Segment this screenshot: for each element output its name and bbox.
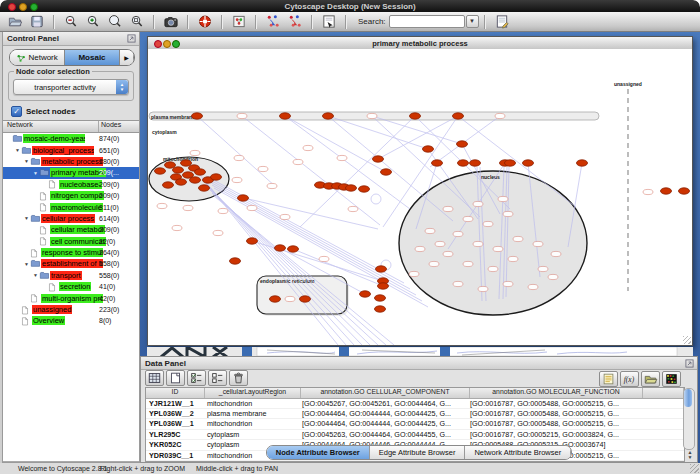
network-tree-row[interactable]: secretion41(0) xyxy=(3,281,139,292)
formula-builder-button[interactable]: f(x) xyxy=(620,371,639,387)
network-tree-row[interactable]: cell communicat22(0) xyxy=(3,236,139,247)
disclosure-triangle-icon[interactable]: ▼ xyxy=(32,170,39,176)
toolbar-icons xyxy=(4,13,340,30)
network-tree-row[interactable]: ▼primary metabol209(... xyxy=(3,167,139,178)
network-node xyxy=(375,295,386,301)
app-resize-grip[interactable] xyxy=(690,464,699,473)
scrollbar-thumb[interactable] xyxy=(684,389,692,407)
network-tree-row[interactable]: ▼biological_process651(0) xyxy=(3,144,139,155)
disclosure-triangle-icon[interactable]: ▼ xyxy=(23,158,30,164)
attribute-notes-button[interactable] xyxy=(599,371,618,387)
network-tree-row[interactable]: nitrogen compo209(0) xyxy=(3,190,139,201)
table-row[interactable]: YPL036W__2plasma membrane[GO:0044464, GO… xyxy=(146,409,684,419)
attr-table-button[interactable] xyxy=(145,370,164,386)
table-row[interactable]: YJR121W__1mitochondrion[GO:0045267, GO:0… xyxy=(146,399,684,409)
network-node xyxy=(425,228,435,233)
zoom-in-button[interactable] xyxy=(83,13,103,30)
toolbar-separator xyxy=(255,15,257,29)
network-overview-button[interactable] xyxy=(229,13,249,30)
network-tree-row[interactable]: response to stimulu264(0) xyxy=(3,247,139,258)
network-tree-row[interactable]: Overview8(0) xyxy=(3,315,139,326)
zoom-fit-button[interactable] xyxy=(105,13,125,30)
network-node xyxy=(348,206,358,211)
select-nodes-checkbox[interactable]: ✓ xyxy=(11,106,22,117)
node-color-select[interactable]: transporter activity ▲▼ xyxy=(13,79,129,95)
save-session-button[interactable] xyxy=(27,13,47,30)
unselect-attributes-button[interactable] xyxy=(208,370,227,386)
region-label-cytoplasm: cytoplasm xyxy=(152,129,177,135)
new-attribute-button[interactable] xyxy=(166,370,185,386)
data-panel: Data Panel f(x) ID_cellularLayoutRegiona… xyxy=(140,356,698,463)
help-lifering-button[interactable] xyxy=(195,13,215,30)
import-attributes-button[interactable] xyxy=(641,371,660,387)
zoom-in-icon xyxy=(85,14,101,29)
table-row[interactable]: YPL036W__1mitochondrion[GO:0044464, GO:0… xyxy=(146,419,684,429)
tab-node-attribute-browser[interactable]: Node Attribute Browser xyxy=(267,446,370,459)
table-cell: cytoplasm xyxy=(204,430,299,439)
network-canvas[interactable]: plasma membranecytoplasmmitochondrionnuc… xyxy=(148,49,692,345)
open-session-button[interactable] xyxy=(5,13,25,30)
zoom-out-icon xyxy=(63,14,79,29)
attribute-tab-group: Node Attribute BrowserEdge Attribute Bro… xyxy=(266,445,572,460)
layout-merge-button[interactable] xyxy=(285,13,305,30)
network-view-window: primary metabolic process plasma membran… xyxy=(147,36,693,346)
search-input[interactable] xyxy=(389,15,465,28)
new-attribute-icon xyxy=(168,371,183,385)
network-node xyxy=(232,177,242,182)
layout-partition-button[interactable] xyxy=(263,13,283,30)
table-row[interactable]: YLR295Ccytoplasm[GO:0045263, GO:0044464,… xyxy=(146,430,684,440)
network-tree-row[interactable]: cellular metabol209(0) xyxy=(3,224,139,235)
session-annotation-icon xyxy=(494,14,510,29)
attribute-matrix-button[interactable] xyxy=(662,371,681,387)
network-node xyxy=(453,281,463,286)
disclosure-triangle-icon[interactable]: ▼ xyxy=(23,261,30,267)
column-header[interactable]: ID xyxy=(146,388,205,398)
disclosure-triangle-icon[interactable]: ▼ xyxy=(14,147,21,153)
tab-network[interactable]: Network xyxy=(10,50,65,65)
toolbar-separator xyxy=(153,15,155,29)
tab-network-attribute-browser[interactable]: Network Attribute Browser xyxy=(465,446,571,459)
zoom-area-button[interactable] xyxy=(127,13,147,30)
zoom-area-icon xyxy=(129,14,145,29)
snapshot-camera-button[interactable] xyxy=(161,13,181,30)
network-tree-row[interactable]: ▼establishment of lo558(0) xyxy=(3,258,139,269)
float-panel-icon[interactable] xyxy=(685,359,694,368)
table-scrollbar[interactable] xyxy=(683,388,695,450)
network-tree-row[interactable]: ▼cellular process614(0) xyxy=(3,213,139,224)
tree-node-count: 651(0) xyxy=(99,147,119,154)
network-tree-row[interactable]: ▼transport558(0) xyxy=(3,270,139,281)
column-header[interactable]: annotation.GO CELLULAR_COMPONENT xyxy=(301,388,470,398)
network-node xyxy=(508,256,518,261)
network-tree-row[interactable]: unassigned223(0) xyxy=(3,304,139,315)
window-resize-grip[interactable] xyxy=(683,336,691,344)
network-tree-row[interactable]: nucleobase-209(0) xyxy=(3,179,139,190)
network-tree-row[interactable]: multi-organism pro42(0) xyxy=(3,292,139,303)
tree-column-nodes[interactable]: Nodes xyxy=(98,121,139,132)
tree-node-count: 223(0) xyxy=(99,306,119,313)
zoom-out-button[interactable] xyxy=(61,13,81,30)
network-tree-row[interactable]: macromolecule311(0) xyxy=(3,201,139,212)
search-dropdown-button[interactable]: ▼ xyxy=(466,15,479,28)
session-annotation-button[interactable] xyxy=(492,13,512,30)
tab-mosaic[interactable]: Mosaic xyxy=(65,50,120,65)
tree-node-label: macromolecule xyxy=(50,203,103,212)
tab-edge-attribute-browser[interactable]: Edge Attribute Browser xyxy=(370,446,466,459)
network-tree-row[interactable]: mosaic-demo-yeast874(0) xyxy=(3,133,139,144)
tree-column-network[interactable]: Network xyxy=(3,121,98,132)
snapshot-camera-icon xyxy=(163,14,179,29)
column-header[interactable]: _cellularLayoutRegion xyxy=(205,388,301,398)
disclosure-triangle-icon[interactable]: ▼ xyxy=(23,215,30,221)
network-tree-row[interactable]: ▼metabolic process280(0) xyxy=(3,156,139,167)
annotation-page-button[interactable] xyxy=(319,13,339,30)
column-header[interactable]: annotation.GO MOLECULAR_FUNCTION xyxy=(470,388,643,398)
delete-attribute-button[interactable] xyxy=(229,370,248,386)
select-attributes-button[interactable] xyxy=(187,370,206,386)
cytoscape-window: Cytoscape Desktop (New Session) Search: … xyxy=(0,0,700,474)
disclosure-triangle-icon[interactable]: ▼ xyxy=(32,272,39,278)
tree-node-label: nitrogen compo xyxy=(50,191,104,200)
select-nodes-label: Select nodes xyxy=(26,107,75,116)
float-panel-icon[interactable] xyxy=(127,34,136,43)
network-node xyxy=(199,185,210,191)
network-node xyxy=(300,296,311,302)
tab-overflow-arrow[interactable]: ▶ xyxy=(120,50,134,65)
